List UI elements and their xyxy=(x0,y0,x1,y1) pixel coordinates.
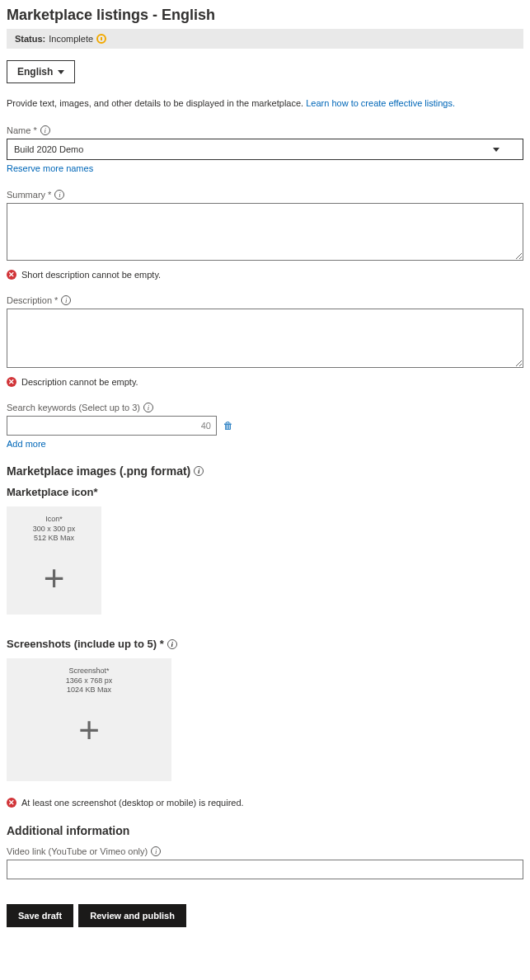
name-select[interactable]: Build 2020 Demo xyxy=(7,139,523,160)
name-label: Name * xyxy=(7,125,37,135)
intro-text: Provide text, images, and other details … xyxy=(7,98,523,108)
screenshot-error: ✕ At least one screenshot (desktop or mo… xyxy=(7,798,523,808)
icon-upload-tile[interactable]: Icon* 300 x 300 px 512 KB Max + xyxy=(7,506,101,615)
info-icon[interactable]: i xyxy=(143,403,153,412)
status-label: Status: xyxy=(15,34,45,44)
icon-tile-max: 512 KB Max xyxy=(12,534,96,544)
summary-textarea[interactable] xyxy=(7,203,523,261)
video-link-label: Video link (YouTube or Vimeo only) xyxy=(7,846,148,856)
screenshot-tile-dims: 1366 x 768 px xyxy=(12,676,167,686)
info-icon[interactable]: i xyxy=(151,846,161,856)
plus-icon: + xyxy=(12,712,167,748)
screenshot-tile-max: 1024 KB Max xyxy=(12,686,167,695)
icon-tile-title: Icon* xyxy=(12,515,96,525)
name-section: Name * i Build 2020 Demo Reserve more na… xyxy=(7,125,523,174)
learn-listings-link[interactable]: Learn how to create effective listings. xyxy=(306,98,455,108)
keywords-section: Search keywords (Select up to 3) i 🗑 Add… xyxy=(7,402,523,450)
info-icon[interactable]: i xyxy=(40,125,50,135)
screenshots-heading: Screenshots (include up to 5) * i xyxy=(7,638,523,650)
description-error-text: Description cannot be empty. xyxy=(21,377,138,387)
chevron-down-icon xyxy=(58,70,64,74)
language-dropdown-label: English xyxy=(17,66,53,78)
name-select-value: Build 2020 Demo xyxy=(14,144,83,154)
screenshots-heading-text: Screenshots (include up to 5) * xyxy=(7,638,164,650)
info-icon[interactable]: i xyxy=(61,295,71,305)
screenshot-tile-spec: Screenshot* 1366 x 768 px 1024 KB Max xyxy=(12,667,167,695)
description-error: ✕ Description cannot be empty. xyxy=(7,377,523,387)
icon-tile-dims: 300 x 300 px xyxy=(12,525,96,535)
add-more-link[interactable]: Add more xyxy=(7,439,46,449)
summary-error-text: Short description cannot be empty. xyxy=(21,270,161,280)
description-section: Description * i ✕ Description cannot be … xyxy=(7,294,523,387)
additional-info-heading: Additional information xyxy=(7,824,523,837)
status-value: Incomplete xyxy=(49,34,93,44)
summary-error: ✕ Short description cannot be empty. xyxy=(7,270,523,280)
save-draft-button[interactable]: Save draft xyxy=(7,904,73,927)
info-icon[interactable]: i xyxy=(194,466,204,476)
description-label: Description * xyxy=(7,295,58,305)
plus-icon: + xyxy=(12,560,96,596)
chevron-down-icon xyxy=(493,148,500,152)
video-link-section: Video link (YouTube or Vimeo only) i xyxy=(7,846,523,879)
reserve-names-link[interactable]: Reserve more names xyxy=(7,163,93,173)
icon-tile-spec: Icon* 300 x 300 px 512 KB Max xyxy=(12,515,96,544)
intro-body: Provide text, images, and other details … xyxy=(7,98,306,108)
video-link-input[interactable] xyxy=(7,860,523,879)
summary-section: Summary * i ✕ Short description cannot b… xyxy=(7,189,523,280)
status-bar: Status: Incomplete xyxy=(7,29,523,49)
error-icon: ✕ xyxy=(7,377,16,387)
footer-bar: Save draft Review and publish xyxy=(7,894,523,927)
language-dropdown[interactable]: English xyxy=(7,60,75,83)
keywords-label: Search keywords (Select up to 3) xyxy=(7,403,140,412)
status-incomplete-icon xyxy=(96,34,106,44)
page-title: Marketplace listings - English xyxy=(7,7,523,24)
error-icon: ✕ xyxy=(7,270,16,280)
summary-label: Summary * xyxy=(7,190,51,200)
marketplace-icon-heading: Marketplace icon* xyxy=(7,486,523,498)
review-publish-button[interactable]: Review and publish xyxy=(78,904,186,927)
keyword-input[interactable] xyxy=(7,416,217,436)
info-icon[interactable]: i xyxy=(167,639,177,649)
images-heading: Marketplace images (.png format) i xyxy=(7,464,523,478)
images-heading-text: Marketplace images (.png format) xyxy=(7,464,190,478)
screenshot-upload-tile[interactable]: Screenshot* 1366 x 768 px 1024 KB Max + xyxy=(7,658,171,781)
screenshot-error-text: At least one screenshot (desktop or mobi… xyxy=(21,798,244,808)
delete-keyword-icon[interactable]: 🗑 xyxy=(223,420,233,431)
description-textarea[interactable] xyxy=(7,309,523,368)
error-icon: ✕ xyxy=(7,798,16,808)
screenshot-tile-title: Screenshot* xyxy=(12,667,167,676)
info-icon[interactable]: i xyxy=(54,190,64,200)
